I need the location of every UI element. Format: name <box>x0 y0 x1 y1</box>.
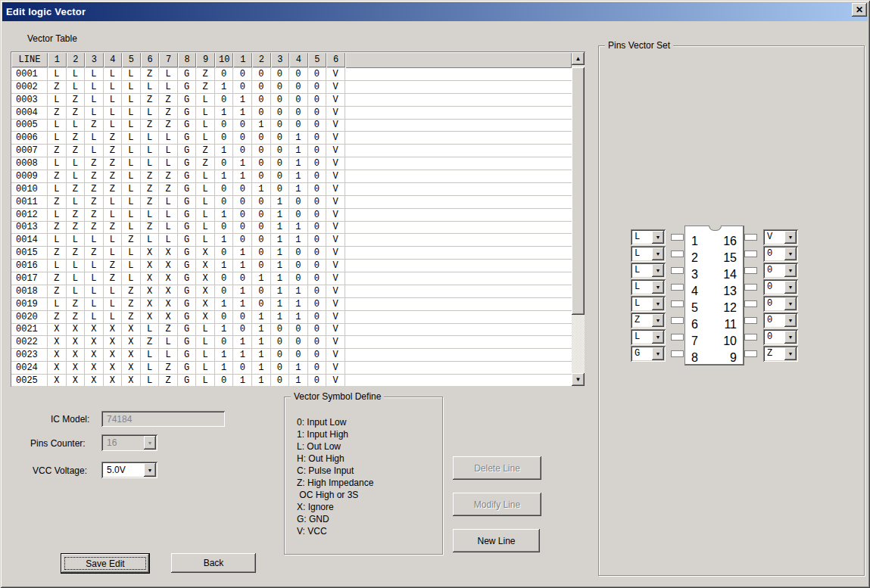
table-row[interactable]: 0010LZZZLZZGL001010V <box>11 183 572 196</box>
vector-cell: 0 <box>271 183 290 195</box>
title-bar: Edit logic Vector <box>2 2 868 21</box>
vector-cell: 0 <box>308 311 327 323</box>
chevron-down-icon[interactable]: ▼ <box>784 247 797 260</box>
pin-vector-combo-right[interactable]: 0▼ <box>763 313 798 328</box>
line-number: 0001 <box>11 68 48 80</box>
chevron-down-icon[interactable]: ▼ <box>652 264 664 277</box>
chevron-down-icon[interactable]: ▼ <box>784 297 797 310</box>
back-button[interactable]: Back <box>171 553 256 573</box>
table-row[interactable]: 0009ZLZZLZZGL110010V <box>11 170 572 183</box>
ic-model-field: 74184 <box>101 411 225 427</box>
table-row[interactable]: 0017ZLLZLXXGX001100V <box>11 272 572 285</box>
symbol-define-line: G: GND <box>297 513 373 525</box>
table-row[interactable]: 0013ZZZZLZLGL000110V <box>11 222 572 235</box>
scroll-up-button[interactable]: ▲ <box>572 52 585 65</box>
vector-cell: 1 <box>215 107 234 119</box>
pin-vector-combo-left[interactable]: G▼ <box>631 346 666 362</box>
vector-cell: 0 <box>289 349 308 361</box>
chevron-down-icon[interactable]: ▼ <box>652 314 664 327</box>
chevron-down-icon[interactable]: ▼ <box>652 297 664 310</box>
row-filler <box>345 222 572 234</box>
vertical-scrollbar[interactable]: ▲ ▼ <box>572 52 585 386</box>
vector-cell: Z <box>48 170 67 182</box>
pin-vector-combo-left[interactable]: L▼ <box>631 279 666 295</box>
close-button[interactable]: ✕ <box>852 3 867 17</box>
chevron-down-icon[interactable]: ▼ <box>652 331 664 344</box>
pin-vector-combo-right[interactable]: 0▼ <box>763 296 798 312</box>
vector-cell: L <box>196 349 215 361</box>
table-row[interactable]: 0014LLLLZLLGL100110V <box>11 234 572 247</box>
row-filler <box>345 120 572 132</box>
table-row[interactable]: 0008LLZZLLLGZ010010V <box>11 157 572 170</box>
vector-cell: X <box>85 336 104 348</box>
pin-vector-combo-left[interactable]: L▼ <box>631 263 666 278</box>
pin-vector-combo-right[interactable]: Z▼ <box>763 346 798 362</box>
chevron-down-icon[interactable]: ▼ <box>784 264 797 277</box>
vector-cell: V <box>326 234 345 246</box>
vector-cell: 0 <box>252 170 271 182</box>
vector-cell: 0 <box>308 272 327 285</box>
table-row[interactable]: 0002ZLLLLLLGZ100000V <box>11 81 572 94</box>
vector-cell: X <box>85 375 104 386</box>
vector-cell: Z <box>141 222 160 234</box>
pin-vector-combo-right[interactable]: V▼ <box>763 229 798 245</box>
chevron-down-icon[interactable]: ▼ <box>652 281 664 294</box>
scrollbar-thumb[interactable] <box>572 67 585 315</box>
pin-vector-combo-left[interactable]: L▼ <box>631 329 666 345</box>
vector-cell: Z <box>85 120 104 132</box>
vector-cell: L <box>196 170 215 182</box>
table-row[interactable]: 0011ZLZLLZLGL000100V <box>11 196 572 209</box>
table-row[interactable]: 0022XXXXXZLGL011000V <box>11 336 572 349</box>
table-row[interactable]: 0015ZZZLLXXGX010100V <box>11 247 572 260</box>
chevron-down-icon[interactable]: ▼ <box>784 314 797 327</box>
save-edit-button[interactable]: Save Edit <box>61 553 150 574</box>
chevron-down-icon[interactable]: ▼ <box>784 231 797 244</box>
vector-cell: G <box>178 68 197 80</box>
pin-vector-combo-right[interactable]: 0▼ <box>763 263 798 278</box>
vector-cell: Z <box>141 170 160 182</box>
pin-vector-combo-left[interactable]: L▼ <box>631 229 666 245</box>
table-row[interactable]: 0016LLLZLXXGX110100V <box>11 260 572 272</box>
table-row[interactable]: 0024XXXXXLZGL101010V <box>11 362 572 375</box>
scroll-down-button[interactable]: ▼ <box>572 373 585 386</box>
vector-cell: 1 <box>252 362 271 374</box>
vector-cell: L <box>67 260 86 272</box>
pin-vector-combo-right[interactable]: 0▼ <box>763 329 798 345</box>
table-row[interactable]: 0012LZZLLLLGL100100V <box>11 209 572 222</box>
vector-cell: 1 <box>233 298 252 310</box>
table-row[interactable]: 0023XXXXXLLGL111000V <box>11 349 572 362</box>
pin-vector-combo-left[interactable]: L▼ <box>631 296 666 312</box>
table-row[interactable]: 0004ZZLLLLZGL110000V <box>11 107 572 120</box>
chevron-down-icon[interactable]: ▼ <box>652 347 664 360</box>
table-row[interactable]: 0005LLZLLZZGL001000V <box>11 120 572 132</box>
vector-cell: 0 <box>215 272 234 285</box>
table-row[interactable]: 0021XXXXXLZGL101000V <box>11 324 572 337</box>
row-filler <box>345 311 572 323</box>
table-row[interactable]: 0006LZLZLLLGL000010V <box>11 132 572 145</box>
vcc-voltage-combo[interactable]: 5.0V ▼ <box>101 462 157 478</box>
pin-vector-combo-left[interactable]: L▼ <box>631 246 666 262</box>
vector-cell: L <box>48 260 67 272</box>
vector-cell: G <box>178 222 197 234</box>
chevron-down-icon[interactable]: ▼ <box>652 247 664 260</box>
chevron-down-icon[interactable]: ▼ <box>784 331 797 344</box>
table-row[interactable]: 0020ZZLLZXXGX001110V <box>11 311 572 324</box>
chevron-down-icon[interactable]: ▼ <box>144 463 156 477</box>
new-line-button[interactable]: New Line <box>453 529 540 552</box>
table-row[interactable]: 0007ZZLZLLLGZ100010V <box>11 145 572 157</box>
table-row[interactable]: 0003LZLLLZZGL010000V <box>11 94 572 107</box>
table-row[interactable]: 0025XXXXXLZGL011010V <box>11 375 572 386</box>
table-row[interactable]: 0018ZLLLZXXGX010110V <box>11 285 572 298</box>
chevron-down-icon[interactable]: ▼ <box>784 281 797 294</box>
vector-cell: 1 <box>233 285 252 297</box>
pin-stub-right <box>744 334 757 341</box>
pin-vector-combo-right[interactable]: 0▼ <box>763 246 798 262</box>
pin-vector-combo-right[interactable]: 0▼ <box>763 279 798 295</box>
table-row[interactable]: 0001LLLLLZLGZ000000V <box>11 68 572 81</box>
up-arrow-icon: ▲ <box>575 55 582 62</box>
chevron-down-icon[interactable]: ▼ <box>652 231 664 244</box>
chevron-down-icon[interactable]: ▼ <box>784 347 797 360</box>
vector-cell: 1 <box>289 298 308 310</box>
pin-vector-combo-left[interactable]: Z▼ <box>631 313 666 328</box>
table-row[interactable]: 0019LZLLZXXGX110110V <box>11 298 572 311</box>
